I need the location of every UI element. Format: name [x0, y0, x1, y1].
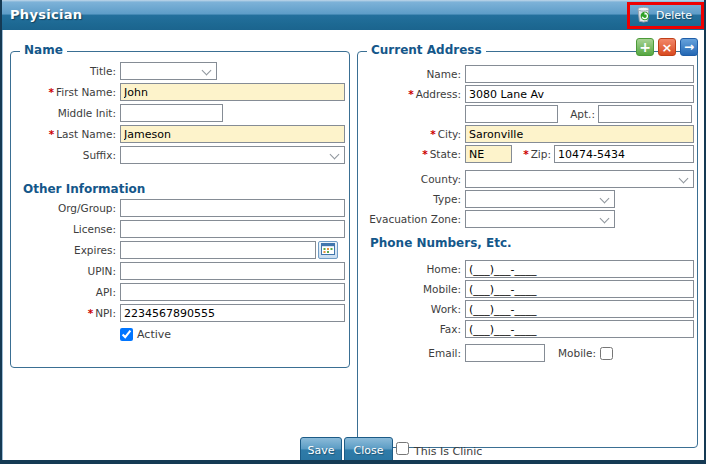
- this-is-clinic-checkbox[interactable]: [396, 442, 409, 455]
- chevron-down-icon: [600, 194, 610, 204]
- expires-label: Expires:: [16, 244, 120, 256]
- npi-label: *NPI:: [16, 307, 120, 319]
- phone-numbers-heading: Phone Numbers, Etc.: [363, 236, 694, 250]
- suffix-select[interactable]: [120, 146, 345, 164]
- first-name-input[interactable]: [120, 83, 345, 101]
- home-phone-label: Home:: [363, 263, 465, 275]
- email-input[interactable]: [465, 344, 545, 362]
- upin-row: UPIN:: [16, 262, 346, 280]
- home-phone-input[interactable]: [465, 260, 694, 278]
- suffix-label: Suffix:: [16, 149, 120, 161]
- trash-recycle-icon: [635, 5, 652, 27]
- window-border-inner-highlight: [2, 30, 3, 460]
- type-label: Type:: [363, 193, 465, 205]
- org-group-input[interactable]: [120, 199, 345, 217]
- upin-label: UPIN:: [16, 265, 120, 277]
- city-row: *City:: [363, 125, 694, 143]
- physician-dialog: Physician Delete + × → Name: [0, 0, 706, 464]
- suffix-row: Suffix:: [16, 146, 346, 164]
- last-name-row: *Last Name:: [16, 125, 346, 143]
- expires-input[interactable]: [120, 241, 316, 259]
- address-toolbar: + × →: [636, 38, 698, 56]
- email-label: Email:: [363, 347, 465, 359]
- active-label: Active: [137, 328, 171, 341]
- first-name-row: *First Name:: [16, 83, 346, 101]
- work-phone-row: Work:: [363, 300, 694, 318]
- zip-input[interactable]: [554, 145, 694, 163]
- calendar-icon: [321, 242, 335, 258]
- address-label: *Address:: [363, 88, 465, 100]
- last-name-label: *Last Name:: [16, 128, 120, 140]
- api-row: API:: [16, 283, 346, 301]
- active-row: Active: [16, 325, 346, 343]
- remove-address-icon[interactable]: ×: [658, 38, 676, 56]
- work-phone-input[interactable]: [465, 300, 694, 318]
- license-row: License:: [16, 220, 346, 238]
- state-input[interactable]: [465, 145, 512, 163]
- work-phone-label: Work:: [363, 303, 465, 315]
- upin-input[interactable]: [120, 262, 345, 280]
- address-input[interactable]: [465, 85, 694, 103]
- chevron-down-icon: [330, 150, 340, 160]
- other-information-heading: Other Information: [16, 182, 346, 196]
- mobile-flag-label: Mobile:: [552, 347, 600, 359]
- address-row: *Address:: [363, 85, 694, 103]
- title-row: Title:: [16, 62, 346, 80]
- chevron-down-icon: [679, 174, 689, 184]
- page-title: Physician: [10, 7, 82, 22]
- api-input[interactable]: [120, 283, 345, 301]
- org-group-row: Org/Group:: [16, 199, 346, 217]
- mobile-phone-input[interactable]: [465, 280, 694, 298]
- address-line2-input[interactable]: [465, 105, 558, 123]
- middle-init-label: Middle Init:: [16, 107, 120, 119]
- county-select[interactable]: [465, 170, 694, 188]
- type-select[interactable]: [465, 190, 615, 208]
- home-phone-row: Home:: [363, 260, 694, 278]
- delete-button[interactable]: Delete: [630, 5, 701, 26]
- evacuation-zone-select[interactable]: [465, 210, 615, 228]
- license-input[interactable]: [120, 220, 345, 238]
- fax-input[interactable]: [465, 320, 694, 338]
- address2-apt-row: Apt.:: [363, 105, 694, 123]
- address-name-row: Name:: [363, 65, 694, 83]
- title-select[interactable]: [120, 62, 217, 80]
- mobile-phone-label: Mobile:: [363, 283, 465, 295]
- state-zip-row: *State: *Zip:: [363, 145, 694, 163]
- city-label: *City:: [363, 128, 465, 140]
- county-label: County:: [363, 173, 465, 185]
- window-border-left: [0, 0, 2, 464]
- title-bar: Physician Delete: [0, 0, 706, 30]
- chevron-down-icon: [202, 66, 212, 76]
- city-input[interactable]: [465, 125, 694, 143]
- license-label: License:: [16, 223, 120, 235]
- address-name-label: Name:: [363, 68, 465, 80]
- this-is-clinic-label: This Is Clinic: [414, 445, 482, 458]
- window-border-bottom: [0, 460, 706, 464]
- next-address-icon[interactable]: →: [680, 38, 698, 56]
- active-checkbox[interactable]: [120, 328, 133, 341]
- org-group-label: Org/Group:: [16, 202, 120, 214]
- calendar-picker-button[interactable]: [318, 241, 338, 259]
- apt-label: Apt.:: [558, 108, 598, 120]
- mobile-phone-row: Mobile:: [363, 280, 694, 298]
- delete-highlight-annotation: Delete: [627, 2, 704, 29]
- chevron-down-icon: [600, 214, 610, 224]
- middle-init-input[interactable]: [120, 104, 223, 122]
- last-name-input[interactable]: [120, 125, 345, 143]
- county-row: County:: [363, 170, 694, 188]
- middle-init-row: Middle Init:: [16, 104, 346, 122]
- email-row: Email: Mobile:: [363, 344, 694, 362]
- zip-label: *Zip:: [512, 148, 554, 160]
- fax-label: Fax:: [363, 323, 465, 335]
- api-label: API:: [16, 286, 120, 298]
- npi-input[interactable]: [120, 304, 345, 322]
- name-fieldset: Name Title: *First Name: Middle Init: *L…: [10, 51, 350, 368]
- apt-input[interactable]: [598, 105, 692, 123]
- first-name-label: *First Name:: [16, 86, 120, 98]
- add-address-icon[interactable]: +: [636, 38, 654, 56]
- title-label: Title:: [16, 65, 120, 77]
- evacuation-zone-row: Evacuation Zone:: [363, 210, 694, 228]
- mobile-flag-checkbox[interactable]: [600, 347, 613, 360]
- expires-row: Expires:: [16, 241, 346, 259]
- address-name-input[interactable]: [465, 65, 694, 83]
